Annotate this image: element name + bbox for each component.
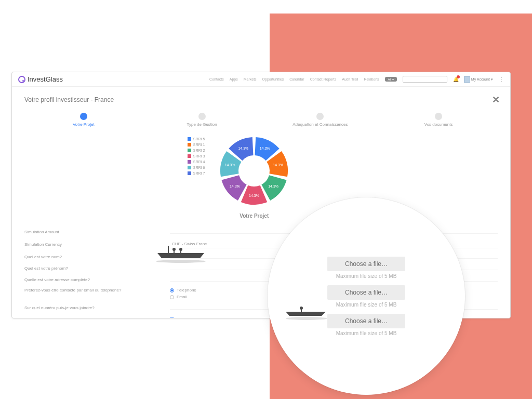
legend-item: SRRI 4 — [188, 160, 205, 164]
close-icon[interactable]: ✕ — [492, 94, 500, 105]
svg-rect-7 — [168, 246, 169, 253]
step-adequation[interactable]: Adéquation et Connaissances — [261, 113, 380, 127]
zoom-detail-overlay: Choose a file… Maximum file size of 5 MB… — [268, 197, 465, 395]
field-label: Quelle est votre adresse complète? — [24, 277, 170, 282]
svg-point-12 — [156, 260, 206, 263]
legend-item: SRRI 5 — [188, 137, 205, 141]
svg-text:14.3%: 14.3% — [260, 147, 270, 150]
step-votre-projet[interactable]: Votre Projet — [24, 113, 143, 127]
brand-name: InvestGlass — [28, 75, 63, 83]
top-nav-bar: InvestGlass Contacts Apps Markets Opport… — [12, 72, 510, 87]
nav-apps[interactable]: Apps — [230, 77, 238, 81]
step-label: Votre Projet — [73, 122, 95, 127]
radio-service-type[interactable]: Faire fructifier mon épargne — [170, 317, 228, 319]
search-input[interactable] — [403, 76, 447, 83]
svg-text:14.3%: 14.3% — [230, 184, 240, 188]
choose-file-button[interactable]: Choose a file… — [327, 314, 405, 328]
field-label: Quel est votre nom? — [24, 255, 170, 259]
radio-telephone[interactable]: Téléphone — [170, 288, 196, 292]
step-vos-documents[interactable]: Vos documents — [379, 113, 498, 127]
upload-hint: Maximum file size of 5 MB — [336, 273, 397, 279]
svg-text:14.3%: 14.3% — [273, 163, 284, 167]
field-label: Quel est votre prénom? — [24, 266, 170, 271]
legend-item: SRRI 3 — [188, 154, 205, 158]
legend-item: SRRI 6 — [188, 166, 205, 169]
svg-text:14.3%: 14.3% — [268, 184, 278, 188]
field-label: Sur quel numéro puis-je vous joindre? — [24, 305, 170, 310]
chart-legend: SRRI 5 SRRI 1 SRRI 2 SRRI 3 SRRI 4 SRRI … — [188, 137, 205, 175]
more-menu-icon[interactable]: ⋮ — [499, 76, 504, 82]
svg-rect-9 — [174, 250, 175, 254]
upload-hint: Maximum file size of 5 MB — [336, 302, 397, 308]
svg-rect-11 — [180, 250, 181, 254]
svg-text:14.3%: 14.3% — [225, 163, 235, 167]
field-label: Préférez-vous être contacté par email ou… — [24, 288, 170, 292]
svg-text:14.3%: 14.3% — [238, 147, 249, 150]
nav-audit-trail[interactable]: Audit Trail — [342, 77, 358, 81]
nav-calendar[interactable]: Calendar — [289, 77, 304, 81]
field-label: Simulation Currency — [24, 242, 170, 247]
donut-chart: 14.3%14.3%14.3%14.3%14.3%14.3%14.3% — [215, 132, 293, 210]
svg-text:14.3%: 14.3% — [249, 194, 259, 197]
upload-hint: Maximum file size of 5 MB — [336, 330, 397, 336]
chart-area: SRRI 5 SRRI 1 SRRI 2 SRRI 3 SRRI 4 SRRI … — [24, 132, 498, 219]
section-heading: Votre Projet — [240, 213, 269, 219]
radio-email[interactable]: Email — [170, 295, 196, 299]
notifications-icon[interactable]: 🔔 — [453, 77, 458, 82]
legend-item: SRRI 1 — [188, 143, 205, 147]
filter-dropdown[interactable]: All ▾ — [385, 77, 397, 82]
page-title: Votre profil investisseur - France — [24, 96, 498, 103]
legend-item: SRRI 2 — [188, 149, 205, 152]
step-type-gestion[interactable]: Type de Gestion — [143, 113, 261, 127]
boat-illustration — [152, 238, 209, 264]
brand[interactable]: InvestGlass — [18, 75, 63, 83]
step-label: Type de Gestion — [187, 122, 217, 127]
field-label: Quel type de service recherchez vous? — [24, 317, 170, 319]
primary-nav: Contacts Apps Markets Opportunities Cale… — [209, 76, 504, 83]
step-label: Vos documents — [424, 122, 453, 127]
boat-illustration-small — [283, 300, 330, 321]
nav-contacts[interactable]: Contacts — [209, 77, 224, 81]
nav-relations[interactable]: Relations — [364, 77, 379, 81]
avatar-icon — [464, 76, 470, 83]
step-label: Adéquation et Connaissances — [292, 122, 348, 127]
nav-markets[interactable]: Markets — [244, 77, 257, 81]
nav-contact-reports[interactable]: Contact Reports — [310, 77, 337, 81]
account-menu[interactable]: My Account ▾ — [464, 76, 493, 83]
legend-item: SRRI 7 — [188, 171, 205, 175]
field-label: Simulation Amount — [24, 230, 170, 234]
account-label: My Account ▾ — [471, 77, 493, 81]
choose-file-button[interactable]: Choose a file… — [327, 285, 405, 300]
svg-point-15 — [286, 317, 327, 320]
nav-opportunities[interactable]: Opportunities — [262, 77, 284, 81]
wizard-stepper: Votre Projet Type de Gestion Adéquation … — [24, 113, 498, 127]
choose-file-button[interactable]: Choose a file… — [327, 257, 405, 271]
svg-rect-14 — [301, 309, 302, 312]
brand-logo-icon — [18, 76, 25, 83]
